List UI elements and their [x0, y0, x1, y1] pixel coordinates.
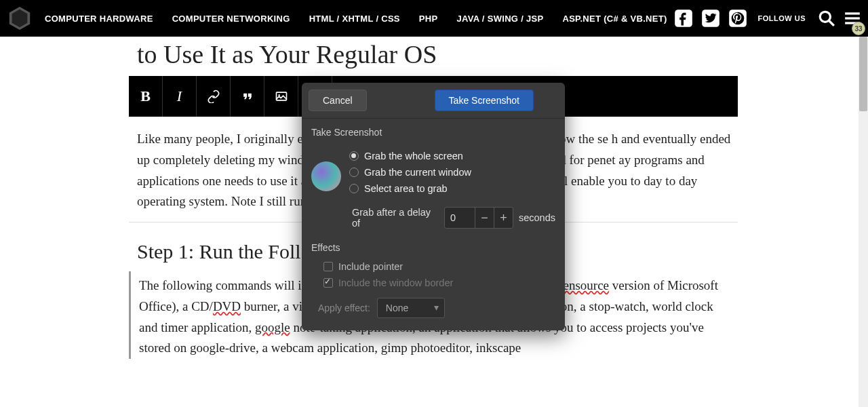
- follow-us-label: FOLLOW US: [758, 14, 806, 22]
- screenshot-dialog: Cancel Take Screenshot Take Screenshot G…: [302, 83, 565, 330]
- image-button[interactable]: [264, 76, 298, 117]
- nav-java[interactable]: JAVA / SWING / JSP: [456, 14, 543, 24]
- pinterest-icon[interactable]: [728, 9, 747, 28]
- text: Step 1: Run the Follo: [137, 240, 311, 263]
- search-icon[interactable]: [818, 9, 835, 27]
- radio-icon: [349, 151, 359, 161]
- delay-row: Grab after a delay of 0 − + seconds: [311, 200, 555, 231]
- include-pointer-row[interactable]: Include pointer: [311, 258, 555, 275]
- link-button[interactable]: [197, 76, 231, 117]
- quote-button[interactable]: [231, 76, 264, 117]
- facebook-icon[interactable]: [674, 9, 693, 28]
- site-logo[interactable]: [7, 5, 33, 31]
- svg-line-7: [829, 20, 834, 26]
- radio-select-area[interactable]: Select area to grab: [349, 180, 555, 197]
- nav-right: FOLLOW US 33: [674, 9, 862, 28]
- checkbox-label: Include pointer: [338, 261, 403, 272]
- scrollbar[interactable]: [859, 37, 868, 407]
- dialog-header: Cancel Take Screenshot: [302, 83, 565, 119]
- screenshot-mode-row: Grab the whole screen Grab the current w…: [311, 144, 555, 200]
- svg-rect-9: [845, 17, 860, 19]
- nav-links: COMPUTER HARDWARE COMPUTER NETWORKING HT…: [45, 14, 667, 24]
- twitter-icon[interactable]: [701, 9, 720, 28]
- nav-php[interactable]: PHP: [419, 14, 438, 24]
- cancel-button[interactable]: Cancel: [309, 90, 367, 111]
- radio-current-window[interactable]: Grab the current window: [349, 164, 555, 180]
- decrement-button[interactable]: −: [475, 207, 494, 229]
- include-border-row[interactable]: Include the window border: [311, 275, 555, 291]
- nav-html-css[interactable]: HTML / XHTML / CSS: [309, 14, 400, 24]
- apply-effect-dropdown[interactable]: None: [377, 298, 445, 318]
- svg-rect-8: [845, 12, 860, 14]
- svg-point-6: [820, 12, 830, 22]
- increment-button[interactable]: +: [494, 207, 513, 229]
- text: Like many people, I originally: [137, 132, 294, 146]
- nav-computer-hardware[interactable]: COMPUTER HARDWARE: [45, 14, 153, 24]
- radio-icon: [349, 168, 359, 177]
- delay-value: 0: [445, 212, 475, 223]
- checkbox-icon: [323, 278, 333, 288]
- svg-rect-11: [276, 92, 286, 100]
- misspell-dvd: DVD: [213, 299, 241, 313]
- radio-whole-screen[interactable]: Grab the whole screen: [349, 148, 555, 164]
- nav-computer-networking[interactable]: COMPUTER NETWORKING: [172, 14, 290, 24]
- apply-label: Apply effect:: [318, 303, 370, 313]
- hamburger-icon[interactable]: 33: [844, 9, 861, 27]
- dialog-section-title: Take Screenshot: [311, 127, 555, 138]
- italic-button[interactable]: I: [163, 76, 197, 117]
- scroll-thumb[interactable]: [859, 37, 867, 111]
- dialog-body: Take Screenshot Grab the whole screen Gr…: [302, 119, 565, 330]
- notification-badge: 33: [852, 22, 865, 35]
- radio-label: Grab the current window: [364, 167, 471, 178]
- delay-label: Grab after a delay of: [352, 207, 439, 229]
- take-screenshot-button[interactable]: Take Screenshot: [435, 90, 534, 111]
- effects-title: Effects: [311, 242, 555, 253]
- radio-icon: [349, 184, 359, 193]
- top-nav: COMPUTER HARDWARE COMPUTER NETWORKING HT…: [0, 0, 868, 37]
- delay-spinbox[interactable]: 0 − +: [444, 207, 513, 229]
- radio-label: Grab the whole screen: [364, 151, 463, 161]
- checkbox-label: Include the window border: [338, 277, 453, 288]
- delay-suffix: seconds: [519, 212, 555, 223]
- screenshot-app-icon: [311, 161, 341, 191]
- nav-aspnet[interactable]: ASP.NET (C# & VB.NET): [562, 14, 667, 24]
- page-title: to Use It as Your Regular OS: [129, 33, 738, 73]
- bold-button[interactable]: B: [129, 76, 163, 117]
- apply-effect-row: Apply effect: None: [311, 291, 555, 318]
- misspell-google: google: [255, 320, 290, 334]
- checkbox-icon: [323, 262, 333, 271]
- radio-label: Select area to grab: [364, 183, 448, 194]
- screenshot-radios: Grab the whole screen Grab the current w…: [349, 148, 555, 197]
